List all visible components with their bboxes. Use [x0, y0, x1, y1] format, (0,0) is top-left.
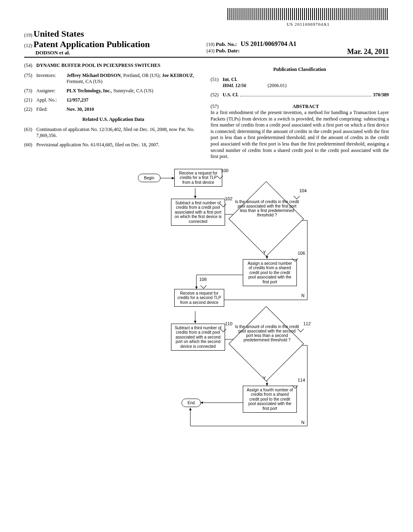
left-column: (54) DYNAMIC BUFFER POOL IN PCIEXPRESS S…	[24, 62, 202, 160]
flow-end: End	[181, 399, 201, 407]
dotted-leader	[240, 92, 371, 96]
ref-106: 106	[298, 251, 305, 256]
inventors-label: Inventors:	[36, 73, 67, 85]
filed-label: Filed:	[36, 106, 67, 112]
code-54: (54)	[24, 62, 36, 69]
provisional-text: Provisional application No. 61/014,685, …	[36, 142, 202, 148]
ref-102: 102	[225, 196, 232, 201]
pub-no: US 2011/0069704 A1	[240, 40, 296, 47]
flow-y-104: Y	[263, 250, 266, 255]
flow-n-112: N	[301, 420, 305, 425]
code-19: (19)	[24, 32, 32, 38]
code-43: (43)	[206, 48, 215, 54]
assignee: PLX Technology, Inc., Sunnyvale, CA (US)	[67, 88, 202, 94]
intcl-code: H04L 12/56	[223, 83, 246, 88]
flow-box-114: Assign a fourth number of credits from a…	[243, 386, 297, 413]
filed-date: Nov. 30, 2010	[67, 106, 94, 112]
ref-110: 110	[225, 321, 232, 326]
right-column: Publication Classification (51) Int. Cl.…	[211, 62, 389, 160]
authors-line: DODSON et al.	[35, 50, 206, 56]
assignee-label: Assignee:	[36, 88, 67, 94]
flow-box-108: Receive a request for credits for a seco…	[174, 289, 224, 307]
related-header: Related U.S. Application Data	[24, 116, 202, 123]
invention-title: DYNAMIC BUFFER POOL IN PCIEXPRESS SWITCH…	[36, 62, 202, 69]
ref-108: 108	[199, 277, 206, 282]
uscl-value: 370/389	[373, 92, 389, 98]
bibliographic-columns: (54) DYNAMIC BUFFER POOL IN PCIEXPRESS S…	[24, 62, 389, 160]
ref-114: 114	[298, 378, 305, 382]
barcode-text: US 20110069704A1	[227, 22, 389, 27]
flow-box-110: Subtract a third number of credits from …	[171, 324, 225, 351]
code-60: (60)	[24, 142, 36, 148]
abstract-text: In a first embodiment of the present inv…	[211, 110, 389, 160]
flow-box-106: Assign a second number of credits from a…	[243, 259, 297, 287]
flow-box-102: Subtract a first number of credits from …	[171, 199, 225, 226]
ref-104: 104	[299, 188, 307, 193]
code-21: (21)	[24, 97, 36, 103]
header-row: (19) United States (12) Patent Applicati…	[24, 29, 389, 58]
ref-tick-104	[294, 193, 300, 199]
barcode	[227, 8, 389, 20]
continuation-text: Continuation of application No. 12/336,4…	[36, 127, 202, 139]
intcl-label: Int. Cl.	[223, 77, 237, 82]
flow-y-112: Y	[263, 376, 266, 380]
pub-date-label: Pub. Date:	[216, 48, 240, 54]
intcl-date: (2006.01)	[268, 83, 287, 88]
country: United States	[33, 29, 84, 39]
barcode-area: US 20110069704A1	[24, 8, 389, 27]
flow-diamond-104	[229, 181, 304, 256]
code-12: (12)	[24, 43, 32, 48]
inventors: Jeffrey Michael DODSON, Portland, OR (US…	[67, 73, 202, 85]
code-63: (63)	[24, 127, 36, 139]
code-73: (73)	[24, 88, 36, 94]
uscl-label: U.S. Cl.	[223, 92, 238, 98]
pub-date: Mar. 24, 2011	[347, 48, 389, 56]
classification-header: Publication Classification	[211, 66, 389, 73]
code-52: (52)	[211, 92, 223, 98]
pub-no-label: Pub. No.:	[216, 41, 237, 47]
appl-no-label: Appl. No.:	[36, 97, 67, 103]
ref-112: 112	[303, 321, 311, 326]
ref-tick-112	[298, 326, 304, 332]
ref-tick-108	[200, 282, 207, 289]
code-75: (75)	[24, 73, 36, 85]
code-57: (57)	[211, 104, 223, 110]
flow-begin: Begin	[138, 174, 161, 183]
code-22: (22)	[24, 106, 36, 112]
code-51: (51)	[211, 77, 223, 89]
figure-flowchart: Begin Receive a request for credits for …	[24, 168, 389, 466]
code-10: (10)	[206, 42, 215, 47]
flow-diamond-112	[229, 306, 304, 381]
ref-100: 100	[221, 168, 228, 173]
flow-n-104: N	[301, 293, 305, 298]
flow-box-100: Receive a request for credits for a firs…	[174, 169, 222, 187]
publication-type: Patent Application Publication	[33, 39, 150, 49]
abstract-label: ABSTRACT	[223, 104, 389, 110]
appl-no: 12/957,237	[67, 97, 88, 103]
